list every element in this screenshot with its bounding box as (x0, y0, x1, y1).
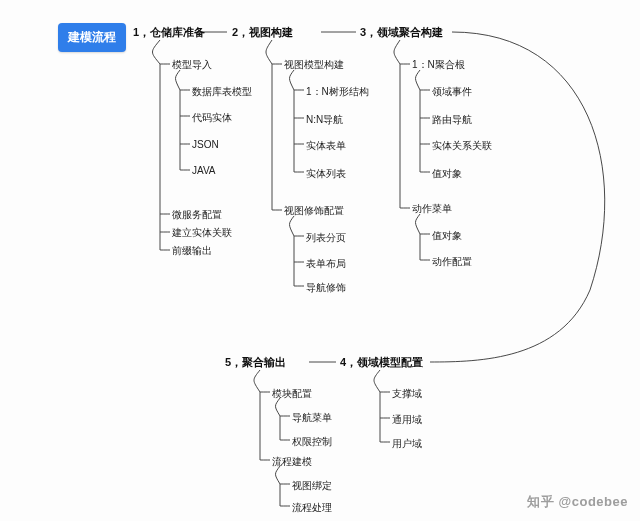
node-value-obj: 值对象 (432, 167, 462, 181)
node-nav-menu: 导航菜单 (292, 411, 332, 425)
section-title-2: 2，视图构建 (232, 25, 293, 40)
node-process-build: 流程建模 (272, 455, 312, 469)
node-agg-root: 1：N聚合根 (412, 58, 465, 72)
node-nn-nav: N:N导航 (306, 113, 343, 127)
node-view-model-build: 视图模型构建 (284, 58, 344, 72)
node-model-import: 模型导入 (172, 58, 212, 72)
node-build-entity-rel: 建立实体关联 (172, 226, 232, 240)
root-badge: 建模流程 (58, 23, 126, 52)
node-prefix-output: 前缀输出 (172, 244, 212, 258)
section-title-3: 3，领域聚合构建 (360, 25, 443, 40)
node-data-table-model: 数据库表模型 (192, 85, 252, 99)
node-support-domain: 支撑域 (392, 387, 422, 401)
section-title-1: 1，仓储库准备 (133, 25, 205, 40)
node-route-nav: 路由导航 (432, 113, 472, 127)
node-1n-tree: 1：N树形结构 (306, 85, 369, 99)
node-entity-form: 实体表单 (306, 139, 346, 153)
node-java: JAVA (192, 165, 216, 176)
node-list-paging: 列表分页 (306, 231, 346, 245)
node-action-menu: 动作菜单 (412, 202, 452, 216)
section-title-4: 4，领域模型配置 (340, 355, 423, 370)
node-generic-domain: 通用域 (392, 413, 422, 427)
node-perm-ctrl: 权限控制 (292, 435, 332, 449)
node-entity-list: 实体列表 (306, 167, 346, 181)
node-user-domain: 用户域 (392, 437, 422, 451)
section-title-5: 5，聚合输出 (225, 355, 286, 370)
node-entity-rel: 实体关系关联 (432, 139, 492, 153)
node-json: JSON (192, 139, 219, 150)
node-module-cfg: 模块配置 (272, 387, 312, 401)
node-microservice-cfg: 微服务配置 (172, 208, 222, 222)
node-action-cfg: 动作配置 (432, 255, 472, 269)
watermark: 知乎 @codebee (527, 493, 628, 511)
node-process-handle: 流程处理 (292, 501, 332, 515)
node-form-block: 表单布局 (306, 257, 346, 271)
node-view-bind: 视图绑定 (292, 479, 332, 493)
node-domain-event: 领域事件 (432, 85, 472, 99)
node-code-entity: 代码实体 (192, 111, 232, 125)
node-nav-decorate: 导航修饰 (306, 281, 346, 295)
node-value-obj2: 值对象 (432, 229, 462, 243)
mindmap-canvas: 建模流程 1，仓储库准备 2，视图构建 3，领域聚合构建 4，领域模型配置 5，… (0, 0, 640, 521)
node-view-decorate: 视图修饰配置 (284, 204, 344, 218)
